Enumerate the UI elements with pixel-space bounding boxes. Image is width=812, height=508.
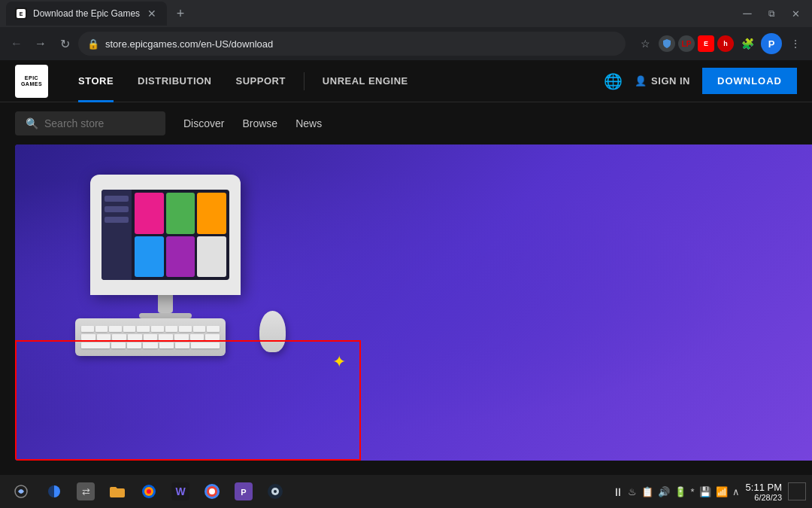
minimize-button[interactable]: ─ xyxy=(737,3,758,24)
epic-site: EPIC GAMES STORE DISTRIBUTION SUPPORT UN… xyxy=(0,60,812,475)
hero-section: ✦ ✦ ✦ xyxy=(15,144,812,461)
epic-extension-icon[interactable]: E xyxy=(698,35,714,52)
taskbar-steam-app[interactable] xyxy=(260,476,290,506)
svg-point-17 xyxy=(274,490,277,493)
profile-button[interactable]: P xyxy=(761,33,782,54)
tray-usb-icon[interactable]: 💾 xyxy=(699,486,711,497)
nav-distribution-link[interactable]: DISTRIBUTION xyxy=(126,60,223,102)
epic-nav: EPIC GAMES STORE DISTRIBUTION SUPPORT UN… xyxy=(0,60,812,102)
tray-bluetooth-icon[interactable]: * xyxy=(691,486,695,497)
monitor-screen xyxy=(102,190,229,280)
nav-unreal-link[interactable]: UNREAL ENGINE xyxy=(311,60,420,102)
tray-volume-icon[interactable]: 🔊 xyxy=(658,486,670,497)
new-tab-button[interactable]: + xyxy=(170,3,191,24)
taskbar: ⇄ W P ⏸ ♨ 📋 🔊 🔋 * 💾 📶 ∧ xyxy=(0,475,812,508)
address-url: store.epicgames.com/en-US/download xyxy=(105,38,617,50)
deco-star-3: ✦ xyxy=(332,354,346,370)
honey-icon[interactable]: h xyxy=(717,35,734,52)
browse-link[interactable]: Browse xyxy=(242,114,277,132)
svg-text:E: E xyxy=(20,11,23,17)
show-desktop-button[interactable] xyxy=(788,482,806,500)
svg-point-12 xyxy=(209,488,215,494)
monitor-illustration xyxy=(90,175,241,318)
tab-close-button[interactable]: ✕ xyxy=(146,8,158,20)
monitor-sidebar xyxy=(102,190,132,280)
taskbar-arrows-app[interactable]: ⇄ xyxy=(71,476,101,506)
tray-battery-icon[interactable]: 🔋 xyxy=(674,486,686,497)
browser-controls: ← → ↻ 🔒 store.epicgames.com/en-US/downlo… xyxy=(0,27,812,60)
store-subnav: 🔍 Discover Browse News xyxy=(0,102,812,144)
puzzle-icon[interactable]: 🧩 xyxy=(737,33,758,54)
monitor-base xyxy=(139,313,192,318)
tray-wifi-icon[interactable]: 📶 xyxy=(716,486,728,497)
toolbar-icons: ☆ LP E h 🧩 P ⋮ xyxy=(635,33,806,54)
browser-shield-icon[interactable] xyxy=(659,35,675,52)
tray-clipboard-icon[interactable]: 📋 xyxy=(641,486,653,497)
header-download-button[interactable]: DOWNLOAD xyxy=(702,68,797,94)
nav-support-link[interactable]: SUPPORT xyxy=(224,60,298,102)
lock-icon: 🔒 xyxy=(87,38,99,50)
svg-text:P: P xyxy=(241,488,246,497)
language-button[interactable]: 🌐 xyxy=(604,72,623,90)
system-clock[interactable]: 5:11 PM 6/28/23 xyxy=(746,482,782,502)
nav-store-link[interactable]: STORE xyxy=(66,60,126,102)
restore-button[interactable]: ⧉ xyxy=(761,3,782,24)
search-box[interactable]: 🔍 xyxy=(15,111,165,135)
hero-illustration: ✦ ✦ ✦ xyxy=(15,144,406,461)
taskbar-folder-app[interactable] xyxy=(102,476,132,506)
address-bar[interactable]: 🔒 store.epicgames.com/en-US/download xyxy=(78,32,626,56)
news-link[interactable]: News xyxy=(295,114,322,132)
tray-steam-icon[interactable]: ♨ xyxy=(628,486,637,497)
taskbar-half-circle-app[interactable] xyxy=(39,476,69,506)
system-tray: ⏸ ♨ 📋 🔊 🔋 * 💾 📶 ∧ xyxy=(612,485,740,498)
more-options-button[interactable]: ⋮ xyxy=(785,33,806,54)
active-tab[interactable]: E Download the Epic Games ✕ xyxy=(6,2,167,26)
tab-favicon: E xyxy=(15,8,27,20)
close-button[interactable]: ✕ xyxy=(785,3,806,24)
nav-links: STORE DISTRIBUTION SUPPORT UNREAL ENGINE xyxy=(66,60,420,102)
tray-pause-icon[interactable]: ⏸ xyxy=(612,485,623,498)
keyboard-illustration xyxy=(75,318,226,356)
tab-bar: E Download the Epic Games ✕ + ─ ⧉ ✕ xyxy=(0,0,812,27)
clock-date: 6/28/23 xyxy=(746,493,782,502)
monitor-stand xyxy=(158,295,173,313)
sign-in-button[interactable]: 👤 SIGN IN xyxy=(635,75,690,87)
taskbar-start-button[interactable] xyxy=(6,476,36,506)
back-button[interactable]: ← xyxy=(6,33,27,54)
forward-button[interactable]: → xyxy=(30,33,51,54)
taskbar-right: ⏸ ♨ 📋 🔊 🔋 * 💾 📶 ∧ 5:11 PM 6/28/23 xyxy=(612,482,806,502)
clock-time: 5:11 PM xyxy=(746,482,782,493)
monitor-tiles xyxy=(132,190,229,280)
refresh-button[interactable]: ↻ xyxy=(54,33,75,54)
tray-expand-icon[interactable]: ∧ xyxy=(732,486,740,497)
nav-right: 🌐 👤 SIGN IN DOWNLOAD xyxy=(604,68,797,94)
svg-text:⇄: ⇄ xyxy=(82,486,90,497)
taskbar-firefox-app[interactable] xyxy=(134,476,164,506)
browser-chrome: E Download the Epic Games ✕ + ─ ⧉ ✕ ← → … xyxy=(0,0,812,60)
taskbar-apps: ⇄ W P xyxy=(39,476,612,506)
search-icon: 🔍 xyxy=(26,117,38,129)
nav-divider xyxy=(304,72,304,90)
svg-text:W: W xyxy=(175,485,186,497)
search-input[interactable] xyxy=(44,117,155,129)
taskbar-win-app[interactable]: W xyxy=(165,476,195,506)
taskbar-purple-app[interactable]: P xyxy=(229,476,259,506)
discover-link[interactable]: Discover xyxy=(183,114,224,132)
tab-title: Download the Epic Games xyxy=(33,8,140,19)
svg-point-7 xyxy=(147,489,151,494)
taskbar-chrome-app[interactable] xyxy=(197,476,227,506)
person-icon: 👤 xyxy=(635,75,647,87)
mouse-illustration xyxy=(259,311,286,352)
bookmark-star-icon[interactable]: ☆ xyxy=(635,33,656,54)
epic-games-logo[interactable]: EPIC GAMES xyxy=(15,65,48,98)
lastpass-icon[interactable]: LP xyxy=(678,35,695,52)
